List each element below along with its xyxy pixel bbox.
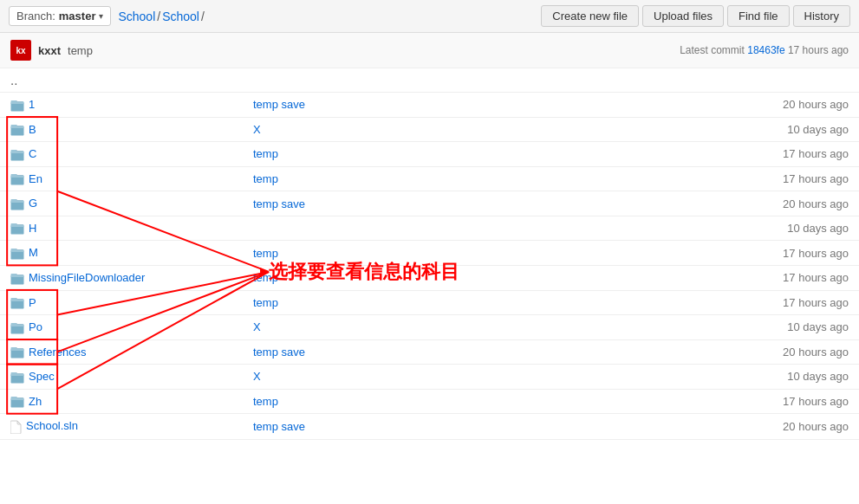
file-name-cell: En [0, 166, 243, 191]
file-name-cell: G [0, 191, 243, 216]
time-cell: 20 hours ago [524, 339, 859, 365]
file-name-cell: 1 [0, 93, 243, 118]
time-cell: 17 hours ago [524, 166, 859, 191]
time-cell: 20 hours ago [524, 191, 859, 216]
file-link[interactable]: 1 [29, 98, 35, 111]
table-row: Zh temp 17 hours ago [0, 389, 859, 414]
file-link[interactable]: B [29, 123, 36, 136]
commit-message: temp [68, 44, 93, 57]
time-cell: 10 days ago [524, 365, 859, 390]
table-row: MissingFileDownloader temp 17 hours ago [0, 265, 859, 290]
time-cell: 20 hours ago [524, 93, 859, 118]
file-link[interactable]: C [29, 147, 36, 160]
time-cell: 10 days ago [524, 315, 859, 340]
table-row: H 10 days ago [0, 216, 859, 241]
file-link[interactable]: MissingFileDownloader [29, 271, 145, 284]
folder-icon [10, 223, 24, 235]
file-name-cell: M [0, 241, 243, 266]
top-bar-right: Create new file Upload files Find file H… [541, 5, 850, 27]
folder-icon [10, 173, 24, 185]
upload-files-button[interactable]: Upload files [642, 5, 724, 27]
folder-icon [10, 273, 24, 285]
branch-name: master [59, 10, 96, 23]
time-cell: 10 days ago [524, 216, 859, 241]
commit-author: kxxt [38, 44, 61, 57]
time-cell: 17 hours ago [524, 142, 859, 167]
file-table: .. 1 temp save 20 hours ago B X 10 days … [0, 68, 859, 440]
table-row: En temp 17 hours ago [0, 166, 859, 191]
table-row: .. [0, 68, 859, 93]
breadcrumb-sep2: / [201, 10, 205, 23]
file-name-cell: Spec [0, 365, 243, 390]
folder-icon [10, 149, 24, 161]
folder-icon [10, 372, 24, 384]
chevron-down-icon: ▾ [99, 11, 103, 21]
commit-bar-left: kx kxxt temp [10, 40, 93, 61]
file-link[interactable]: H [29, 222, 36, 235]
commit-message-cell: temp [243, 389, 524, 414]
folder-icon [10, 396, 24, 408]
commit-bar-right: Latest commit 18463fe 17 hours ago [680, 44, 849, 56]
folder-icon [10, 124, 24, 136]
commit-message-cell: temp [243, 265, 524, 290]
commit-message-cell: X [243, 117, 524, 142]
file-link[interactable]: En [29, 172, 42, 185]
branch-label: Branch: [16, 10, 55, 23]
file-link[interactable]: Spec [29, 370, 55, 383]
file-link[interactable]: References [29, 346, 86, 359]
create-new-file-button[interactable]: Create new file [541, 5, 639, 27]
file-link[interactable]: Po [29, 320, 42, 333]
breadcrumb-school2[interactable]: School [162, 10, 199, 23]
folder-icon [10, 346, 24, 359]
file-name-cell: P [0, 290, 243, 315]
file-icon [10, 420, 22, 434]
commit-message-cell: temp save [243, 414, 524, 440]
file-link[interactable]: G [29, 197, 37, 210]
time-cell: 17 hours ago [524, 389, 859, 414]
branch-selector[interactable]: Branch: master ▾ [9, 6, 111, 26]
file-link[interactable]: School.sln [26, 419, 78, 432]
folder-icon [10, 100, 24, 112]
breadcrumb-sep1: / [157, 10, 160, 23]
file-link[interactable]: M [29, 246, 38, 259]
file-link[interactable]: Zh [29, 395, 42, 408]
folder-icon [10, 248, 24, 260]
file-name-cell: References [0, 339, 243, 365]
file-name-cell: H [0, 216, 243, 241]
commit-message-cell: temp save [243, 191, 524, 216]
time-cell: 17 hours ago [524, 241, 859, 266]
commit-time: 17 hours ago [788, 44, 849, 56]
commit-message-cell: temp [243, 142, 524, 167]
file-table-wrapper: .. 1 temp save 20 hours ago B X 10 days … [0, 68, 859, 440]
file-name-cell: Po [0, 315, 243, 340]
time-cell: 20 hours ago [524, 414, 859, 440]
file-link[interactable]: P [29, 296, 36, 309]
table-row: P temp 17 hours ago [0, 290, 859, 315]
latest-commit-label: Latest commit [680, 44, 745, 56]
commit-message-cell: temp save [243, 93, 524, 118]
file-name-cell: School.sln [0, 414, 243, 440]
table-row: B X 10 days ago [0, 117, 859, 142]
history-button[interactable]: History [793, 5, 850, 27]
commit-message-cell: temp [243, 166, 524, 191]
file-name-cell: Zh [0, 389, 243, 414]
breadcrumb-school1[interactable]: School [118, 10, 155, 23]
find-file-button[interactable]: Find file [727, 5, 790, 27]
table-row: C temp 17 hours ago [0, 142, 859, 167]
commit-message-cell: X [243, 365, 524, 390]
top-bar: Branch: master ▾ School / School / Creat… [0, 0, 859, 33]
commit-message-cell: X [243, 315, 524, 340]
commit-message-cell: temp [243, 241, 524, 266]
time-cell: 17 hours ago [524, 265, 859, 290]
file-name-cell: C [0, 142, 243, 167]
table-row: Spec X 10 days ago [0, 365, 859, 390]
avatar: kx [10, 40, 31, 61]
time-cell: 17 hours ago [524, 290, 859, 315]
commit-message-cell [243, 216, 524, 241]
commit-hash-link[interactable]: 18463fe [747, 44, 784, 56]
table-row: G temp save 20 hours ago [0, 191, 859, 216]
table-row: M temp 17 hours ago [0, 241, 859, 266]
commit-message-cell: temp save [243, 339, 524, 365]
time-cell: 10 days ago [524, 117, 859, 142]
commit-bar: kx kxxt temp Latest commit 18463fe 17 ho… [0, 33, 859, 68]
